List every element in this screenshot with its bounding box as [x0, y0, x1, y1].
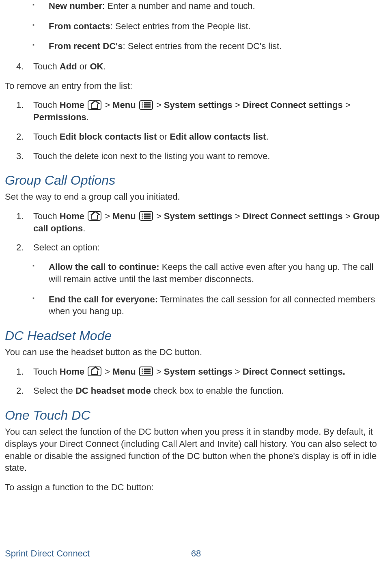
headset-steps: 1. Touch Home > Menu > System settings >…	[5, 366, 387, 397]
bold-text: From recent DC's	[49, 41, 123, 51]
bold-text: Permissions	[33, 112, 86, 122]
text: >	[105, 211, 112, 221]
text: Touch	[33, 100, 60, 110]
heading-headset: DC Headset Mode	[5, 327, 387, 345]
one-touch-assign: To assign a function to the DC button:	[5, 481, 387, 494]
text: Touch	[33, 211, 60, 221]
bold-text: OK	[90, 61, 103, 71]
home-icon	[88, 100, 101, 110]
bold-text: From contacts	[49, 21, 110, 31]
bold-text: System settings	[164, 211, 233, 221]
bold-text: Direct Connect settings	[243, 211, 343, 221]
text: : Select entries from the People list.	[110, 21, 251, 31]
text: Touch	[33, 132, 60, 142]
text: : Enter a number and name and touch.	[102, 1, 255, 11]
bold-text: Menu	[112, 211, 136, 221]
bold-text: Home	[60, 211, 84, 221]
text: >	[343, 100, 351, 110]
page-content: New number: Enter a number and name and …	[5, 0, 387, 494]
step-number: 2.	[16, 241, 24, 254]
text: Touch	[33, 61, 60, 71]
text: >	[233, 211, 243, 221]
text: >	[156, 367, 164, 377]
bold-text: Menu	[112, 367, 136, 377]
footer-page-number: 68	[191, 548, 201, 560]
text: .	[103, 61, 106, 71]
step-number: 1.	[16, 210, 24, 222]
text: check box to enable the function.	[151, 386, 284, 396]
remove-step-1: 1. Touch Home > Menu > System settings >…	[16, 99, 387, 123]
text: >	[233, 367, 243, 377]
menu-icon	[139, 367, 153, 376]
top-bullet-list: New number: Enter a number and name and …	[5, 0, 387, 52]
bold-text: Menu	[112, 100, 136, 110]
bold-text: Add	[60, 61, 77, 71]
step-number: 2.	[16, 385, 24, 397]
group-step-1: 1. Touch Home > Menu > System settings >…	[16, 210, 387, 234]
bullet-from-contacts: From contacts: Select entries from the P…	[32, 20, 387, 32]
text: or	[157, 132, 170, 142]
step-number: 1.	[16, 99, 24, 111]
bullet-new-number: New number: Enter a number and name and …	[32, 0, 387, 12]
one-touch-lead: You can select the function of the DC bu…	[5, 426, 387, 474]
remove-step-3: 3. Touch the delete icon next to the lis…	[16, 150, 387, 162]
remove-step-2: 2. Touch Edit block contacts list or Edi…	[16, 131, 387, 143]
step-4-list: 4. Touch Add or OK.	[5, 60, 387, 73]
remove-intro: To remove an entry from the list:	[5, 80, 387, 92]
footer-title: Sprint Direct Connect	[5, 548, 90, 560]
menu-icon	[139, 100, 153, 110]
headset-lead: You can use the headset button as the DC…	[5, 346, 387, 358]
heading-one-touch: One Touch DC	[5, 407, 387, 424]
bold-text: Allow the call to continue:	[49, 262, 159, 272]
group-step-2: 2. Select an option:	[16, 241, 387, 254]
home-icon	[88, 211, 101, 221]
bold-text: Edit block contacts list	[60, 132, 157, 142]
bold-text: Home	[60, 100, 84, 110]
text: .	[83, 223, 85, 233]
text: >	[105, 367, 112, 377]
bold-text: System settings	[164, 367, 233, 377]
text: >	[105, 100, 112, 110]
step-number: 2.	[16, 131, 24, 143]
group-call-steps: 1. Touch Home > Menu > System settings >…	[5, 210, 387, 254]
heading-group-call: Group Call Options	[5, 172, 387, 189]
step-number: 4.	[16, 60, 24, 73]
home-icon	[88, 367, 101, 376]
bold-text: Edit allow contacts list	[170, 132, 266, 142]
text: or	[77, 61, 90, 71]
bold-text: Direct Connect settings	[243, 100, 343, 110]
bold-text: DC headset mode	[75, 386, 151, 396]
text: >	[343, 211, 353, 221]
text: Touch the delete icon next to the listin…	[33, 151, 270, 161]
option-allow: Allow the call to continue: Keeps the ca…	[32, 261, 387, 285]
text: .	[266, 132, 268, 142]
page-footer: Sprint Direct Connect 68	[5, 548, 387, 560]
remove-steps: 1. Touch Home > Menu > System settings >…	[5, 99, 387, 162]
option-end: End the call for everyone: Terminates th…	[32, 293, 387, 317]
bold-text: End the call for everyone:	[49, 294, 158, 304]
bold-text: Home	[60, 367, 84, 377]
step-number: 3.	[16, 150, 24, 162]
text: .	[86, 112, 89, 122]
text: Select the	[33, 386, 75, 396]
step-number: 1.	[16, 366, 24, 378]
bullet-from-recent: From recent DC's: Select entries from th…	[32, 40, 387, 52]
text: : Select entries from the recent DC's li…	[123, 41, 282, 51]
bold-text: System settings	[164, 100, 233, 110]
text: >	[156, 100, 164, 110]
menu-icon	[139, 211, 153, 221]
headset-step-1: 1. Touch Home > Menu > System settings >…	[16, 366, 387, 378]
step-4: 4. Touch Add or OK.	[16, 60, 387, 73]
text: Select an option:	[33, 242, 100, 252]
group-call-options: Allow the call to continue: Keeps the ca…	[5, 261, 387, 317]
bold-text: Direct Connect settings.	[243, 367, 345, 377]
text: >	[156, 211, 164, 221]
text: Touch	[33, 367, 60, 377]
group-call-lead: Set the way to end a group call you init…	[5, 191, 387, 203]
bold-text: New number	[49, 1, 102, 11]
headset-step-2: 2. Select the DC headset mode check box …	[16, 385, 387, 397]
text: >	[233, 100, 243, 110]
